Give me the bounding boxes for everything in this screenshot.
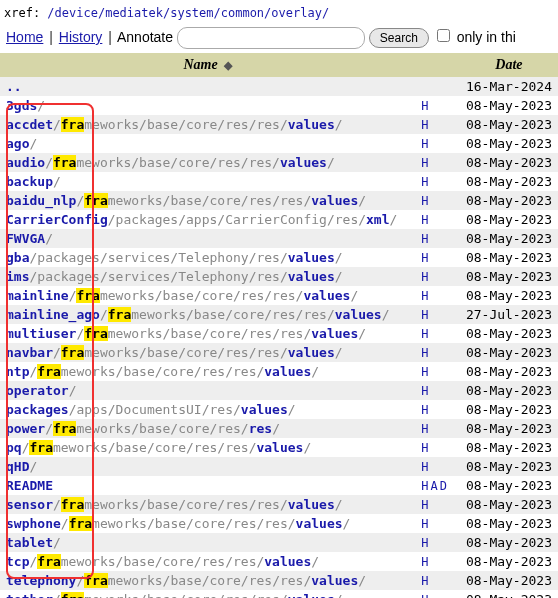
file-link[interactable]: telephony/frameworks/base/core/res/res/v… — [6, 573, 366, 588]
file-path-cell[interactable]: tether/frameworks/base/core/res/res/valu… — [0, 590, 415, 598]
history-link-icon[interactable]: H — [421, 118, 430, 132]
file-link[interactable]: 3gds/ — [6, 98, 45, 113]
history-link-icon[interactable]: H — [421, 99, 430, 113]
history-link-icon[interactable]: H — [421, 460, 430, 474]
file-path-cell[interactable]: README — [0, 476, 415, 495]
history-link-icon[interactable]: H — [421, 156, 430, 170]
col-name[interactable]: Name◆ — [0, 53, 415, 77]
history-link-icon[interactable]: H — [421, 517, 430, 531]
history-link-icon[interactable]: H — [421, 194, 430, 208]
file-path-cell[interactable]: packages/apps/DocumentsUI/res/values/ — [0, 400, 415, 419]
file-path-cell[interactable]: ago/ — [0, 134, 415, 153]
file-path-cell[interactable]: tcp/frameworks/base/core/res/res/values/ — [0, 552, 415, 571]
table-row: packages/apps/DocumentsUI/res/values/H08… — [0, 400, 558, 419]
download-link-icon[interactable]: D — [440, 479, 449, 493]
action-links: H — [415, 457, 460, 476]
col-date[interactable]: Date — [460, 53, 558, 77]
file-link[interactable]: gba/packages/services/Telephony/res/valu… — [6, 250, 343, 265]
file-path-cell[interactable]: accdet/frameworks/base/core/res/res/valu… — [0, 115, 415, 134]
history-link-icon[interactable]: H — [421, 327, 430, 341]
history-link-icon[interactable]: H — [421, 213, 430, 227]
file-link[interactable]: tcp/frameworks/base/core/res/res/values/ — [6, 554, 319, 569]
file-link[interactable]: audio/frameworks/base/core/res/res/value… — [6, 155, 335, 170]
file-link[interactable]: pq/frameworks/base/core/res/res/values/ — [6, 440, 311, 455]
history-link-icon[interactable]: H — [421, 232, 430, 246]
history-link-icon[interactable]: H — [421, 536, 430, 550]
history-link-icon[interactable]: H — [421, 555, 430, 569]
file-link[interactable]: README — [6, 478, 53, 493]
history-link-icon[interactable]: H — [421, 384, 430, 398]
file-path-cell[interactable]: swphone/frameworks/base/core/res/res/val… — [0, 514, 415, 533]
file-link[interactable]: qHD/ — [6, 459, 37, 474]
file-link[interactable]: swphone/frameworks/base/core/res/res/val… — [6, 516, 350, 531]
file-path-cell[interactable]: .. — [0, 77, 415, 96]
file-link[interactable]: ntp/frameworks/base/core/res/res/values/ — [6, 364, 319, 379]
file-link[interactable]: navbar/frameworks/base/core/res/res/valu… — [6, 345, 343, 360]
history-link-icon[interactable]: H — [421, 175, 430, 189]
xref-path[interactable]: /device/mediatek/system/common/overlay/ — [47, 6, 329, 20]
file-path-cell[interactable]: baidu_nlp/frameworks/base/core/res/res/v… — [0, 191, 415, 210]
file-link[interactable]: CarrierConfig/packages/apps/CarrierConfi… — [6, 212, 397, 227]
file-path-cell[interactable]: FWVGA/ — [0, 229, 415, 248]
history-link-icon[interactable]: H — [421, 498, 430, 512]
file-path-cell[interactable]: ims/packages/services/Telephony/res/valu… — [0, 267, 415, 286]
file-path-cell[interactable]: mainline/frameworks/base/core/res/res/va… — [0, 286, 415, 305]
file-link[interactable]: FWVGA/ — [6, 231, 53, 246]
file-link[interactable]: tablet/ — [6, 535, 61, 550]
file-link[interactable]: multiuser/frameworks/base/core/res/res/v… — [6, 326, 366, 341]
file-link[interactable]: packages/apps/DocumentsUI/res/values/ — [6, 402, 296, 417]
file-path-cell[interactable]: backup/ — [0, 172, 415, 191]
file-path-cell[interactable]: operator/ — [0, 381, 415, 400]
file-path-cell[interactable]: power/frameworks/base/core/res/res/ — [0, 419, 415, 438]
history-link-icon[interactable]: H — [421, 441, 430, 455]
file-path-cell[interactable]: qHD/ — [0, 457, 415, 476]
search-input[interactable] — [177, 27, 365, 49]
file-path-cell[interactable]: navbar/frameworks/base/core/res/res/valu… — [0, 343, 415, 362]
date-cell: 08-May-2023 — [460, 210, 558, 229]
file-link[interactable]: backup/ — [6, 174, 61, 189]
history-link-icon[interactable]: H — [421, 365, 430, 379]
file-path-cell[interactable]: tablet/ — [0, 533, 415, 552]
file-link[interactable]: mainline/frameworks/base/core/res/res/va… — [6, 288, 358, 303]
only-in-checkbox[interactable] — [437, 29, 450, 42]
history-link-icon[interactable]: H — [421, 137, 430, 151]
file-path-cell[interactable]: pq/frameworks/base/core/res/res/values/ — [0, 438, 415, 457]
file-link[interactable]: baidu_nlp/frameworks/base/core/res/res/v… — [6, 193, 366, 208]
date-cell: 08-May-2023 — [460, 96, 558, 115]
file-path-cell[interactable]: telephony/frameworks/base/core/res/res/v… — [0, 571, 415, 590]
file-path-cell[interactable]: gba/packages/services/Telephony/res/valu… — [0, 248, 415, 267]
file-path-cell[interactable]: 3gds/ — [0, 96, 415, 115]
file-link[interactable]: power/frameworks/base/core/res/res/ — [6, 421, 280, 436]
file-path-cell[interactable]: audio/frameworks/base/core/res/res/value… — [0, 153, 415, 172]
history-link-icon[interactable]: H — [421, 593, 430, 598]
file-path-cell[interactable]: ntp/frameworks/base/core/res/res/values/ — [0, 362, 415, 381]
history-link-icon[interactable]: H — [421, 270, 430, 284]
date-cell: 08-May-2023 — [460, 248, 558, 267]
history-link[interactable]: History — [59, 29, 103, 45]
history-link-icon[interactable]: H — [421, 346, 430, 360]
home-link[interactable]: Home — [6, 29, 43, 45]
history-link-icon[interactable]: H — [421, 308, 430, 322]
file-path-cell[interactable]: CarrierConfig/packages/apps/CarrierConfi… — [0, 210, 415, 229]
history-link-icon[interactable]: H — [421, 289, 430, 303]
file-path-cell[interactable]: sensor/frameworks/base/core/res/res/valu… — [0, 495, 415, 514]
file-path-cell[interactable]: multiuser/frameworks/base/core/res/res/v… — [0, 324, 415, 343]
file-link[interactable]: ago/ — [6, 136, 37, 151]
file-link[interactable]: tether/frameworks/base/core/res/res/valu… — [6, 592, 343, 598]
search-button[interactable]: Search — [369, 28, 429, 48]
file-link[interactable]: mainline_ago/frameworks/base/core/res/re… — [6, 307, 390, 322]
file-link[interactable]: accdet/frameworks/base/core/res/res/valu… — [6, 117, 343, 132]
file-link[interactable]: operator/ — [6, 383, 76, 398]
annotate-label[interactable]: Annotate — [117, 29, 173, 45]
history-link-icon[interactable]: H — [421, 422, 430, 436]
history-link-icon[interactable]: H — [421, 574, 430, 588]
action-links — [415, 77, 460, 96]
date-cell: 08-May-2023 — [460, 115, 558, 134]
history-link-icon[interactable]: H — [421, 251, 430, 265]
annotate-link-icon[interactable]: A — [430, 479, 439, 493]
history-link-icon[interactable]: H — [421, 403, 430, 417]
file-link[interactable]: ims/packages/services/Telephony/res/valu… — [6, 269, 343, 284]
file-link[interactable]: .. — [6, 79, 22, 94]
file-link[interactable]: sensor/frameworks/base/core/res/res/valu… — [6, 497, 343, 512]
file-path-cell[interactable]: mainline_ago/frameworks/base/core/res/re… — [0, 305, 415, 324]
